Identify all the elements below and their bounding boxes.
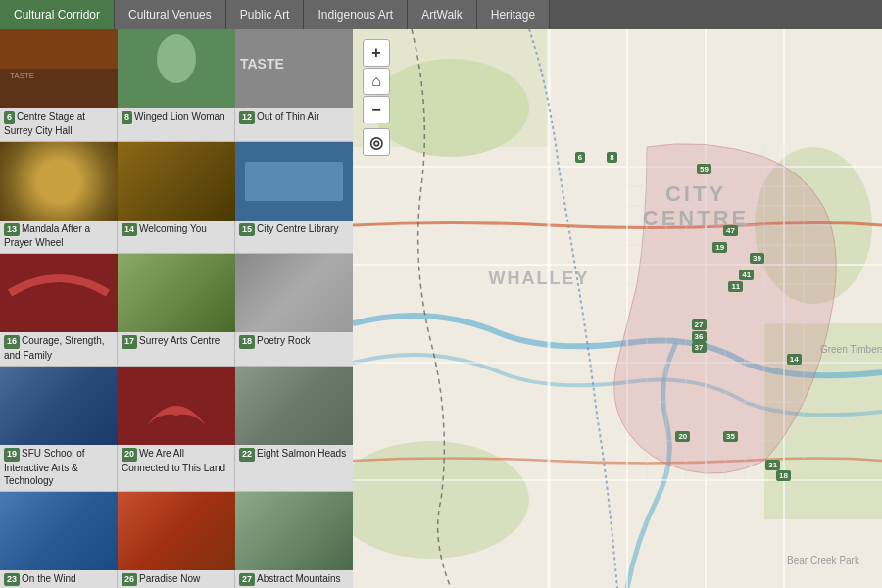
item-label: 19SFU School of Interactive Arts & Techn… [0, 445, 117, 491]
list-item[interactable]: 23On the Wind [0, 492, 118, 588]
grid-row: 23On the Wind26Paradise Now27Abstract Mo… [0, 492, 353, 588]
map-marker[interactable]: 39 [750, 253, 764, 264]
grid-row: 16Courage, Strength, and Family17Surrey … [0, 254, 353, 367]
map-marker[interactable]: 18 [776, 470, 791, 481]
list-item[interactable]: 17Surrey Arts Centre [118, 254, 235, 366]
item-thumbnail [235, 492, 353, 570]
item-label: 15City Centre Library [235, 220, 353, 248]
list-item[interactable]: 19SFU School of Interactive Arts & Techn… [0, 367, 118, 491]
main-content: TASTE6Centre Stage at Surrey City Hall8W… [0, 29, 882, 588]
item-thumbnail [0, 492, 118, 570]
item-label: 22Eight Salmon Heads [235, 445, 353, 472]
map-background: CITY CENTRE WHALLEY Green Timbers Bear C… [353, 29, 882, 588]
item-label: 6Centre Stage at Surrey City Hall [0, 108, 117, 141]
item-label: 8Winged Lion Woman [118, 108, 234, 135]
item-thumbnail [118, 29, 235, 108]
svg-text:Green Timbers: Green Timbers [820, 344, 882, 355]
list-item[interactable]: 8Winged Lion Woman [118, 29, 235, 141]
svg-text:WHALLEY: WHALLEY [489, 269, 590, 288]
navigation-tabs: Cultural Corridor Cultural Venues Public… [0, 0, 882, 29]
map-marker[interactable]: 37 [692, 342, 707, 353]
map-controls: + ⌂ − ◎ [363, 39, 390, 156]
map-marker[interactable]: 27 [692, 319, 707, 330]
list-item[interactable]: TASTE12Out of Thin Air [235, 29, 353, 141]
map-marker[interactable]: 41 [739, 270, 754, 280]
list-item[interactable]: 18Poetry Rock [235, 254, 353, 366]
item-thumbnail [118, 367, 235, 445]
map-marker[interactable]: 11 [728, 281, 743, 292]
map-marker[interactable]: 19 [712, 242, 727, 253]
zoom-out-button[interactable]: − [363, 96, 390, 123]
tab-cultural-corridor[interactable]: Cultural Corridor [0, 0, 115, 29]
item-thumbnail [118, 492, 235, 570]
item-label: 12Out of Thin Air [235, 108, 353, 135]
items-panel: TASTE6Centre Stage at Surrey City Hall8W… [0, 29, 353, 588]
list-item[interactable]: 15City Centre Library [235, 142, 353, 254]
svg-text:Bear Creek Park: Bear Creek Park [787, 555, 860, 565]
item-label: 26Paradise Now [118, 570, 234, 588]
item-thumbnail [235, 367, 353, 445]
tab-cultural-venues[interactable]: Cultural Venues [115, 0, 226, 29]
item-label: 20We Are All Connected to This Land [118, 445, 234, 478]
grid-row: 13Mandala After a Prayer Wheel14Welcomin… [0, 142, 353, 255]
map-marker[interactable]: 59 [697, 164, 711, 174]
svg-text:TASTE: TASTE [240, 56, 284, 72]
item-thumbnail [235, 254, 353, 332]
map-marker[interactable]: 35 [723, 431, 738, 442]
item-label: 18Poetry Rock [235, 332, 353, 360]
map-marker[interactable]: 47 [723, 225, 738, 236]
svg-point-4 [157, 34, 196, 83]
map-marker[interactable]: 8 [607, 152, 616, 163]
item-label: 14Welcoming You [118, 220, 234, 248]
item-thumbnail [0, 367, 118, 445]
list-item[interactable]: 27Abstract Mountains [235, 492, 353, 588]
tab-indigenous-art[interactable]: Indigenous Art [304, 0, 408, 29]
item-thumbnail [118, 254, 235, 332]
item-thumbnail [118, 142, 235, 220]
home-button[interactable]: ⌂ [363, 68, 390, 95]
tab-heritage[interactable]: Heritage [477, 0, 550, 29]
map-marker[interactable]: 20 [675, 431, 690, 442]
item-thumbnail [0, 142, 118, 220]
item-label: 17Surrey Arts Centre [118, 332, 234, 360]
map-marker[interactable]: 36 [692, 331, 707, 342]
item-thumbnail: TASTE [0, 29, 118, 108]
item-label: 13Mandala After a Prayer Wheel [0, 220, 117, 254]
map-marker[interactable]: 14 [787, 354, 802, 365]
list-item[interactable]: 13Mandala After a Prayer Wheel [0, 142, 118, 254]
list-item[interactable]: 16Courage, Strength, and Family [0, 254, 118, 366]
tab-public-art[interactable]: Public Art [226, 0, 305, 29]
item-thumbnail: TASTE [235, 29, 353, 108]
item-thumbnail [235, 142, 353, 220]
zoom-in-button[interactable]: + [363, 39, 390, 67]
map-marker[interactable]: 6 [575, 152, 585, 163]
item-label: 16Courage, Strength, and Family [0, 332, 117, 366]
tab-artwalk[interactable]: ArtWalk [408, 0, 477, 29]
item-label: 23On the Wind [0, 570, 117, 588]
map-marker[interactable]: 31 [765, 460, 780, 470]
item-label: 27Abstract Mountains [235, 570, 353, 588]
svg-text:CITY: CITY [665, 181, 726, 206]
svg-rect-1 [0, 29, 118, 69]
grid-row: TASTE6Centre Stage at Surrey City Hall8W… [0, 29, 353, 142]
locate-button[interactable]: ◎ [363, 128, 390, 156]
svg-text:TASTE: TASTE [10, 72, 34, 80]
list-item[interactable]: TASTE6Centre Stage at Surrey City Hall [0, 29, 118, 141]
list-item[interactable]: 22Eight Salmon Heads [235, 367, 353, 491]
svg-rect-8 [245, 162, 343, 201]
list-item[interactable]: 14Welcoming You [118, 142, 235, 254]
grid-row: 19SFU School of Interactive Arts & Techn… [0, 367, 353, 492]
item-thumbnail [0, 254, 118, 332]
list-item[interactable]: 26Paradise Now [118, 492, 235, 588]
list-item[interactable]: 20We Are All Connected to This Land [118, 367, 235, 491]
map-container[interactable]: CITY CENTRE WHALLEY Green Timbers Bear C… [353, 29, 882, 588]
